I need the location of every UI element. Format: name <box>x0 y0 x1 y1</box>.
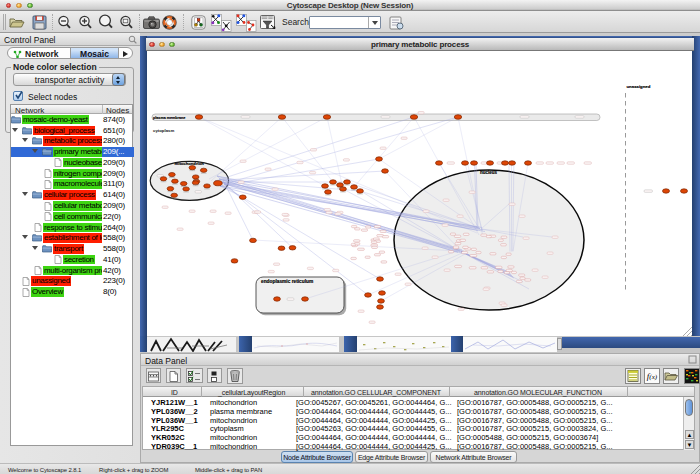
svg-text:nucleus: nucleus <box>480 170 498 175</box>
svg-text:plasma membrane: plasma membrane <box>153 116 185 120</box>
svg-text:unassigned: unassigned <box>627 84 651 89</box>
svg-text:mitochondrion: mitochondrion <box>175 161 205 166</box>
svg-text:endoplasmic reticulum: endoplasmic reticulum <box>261 279 313 284</box>
svg-text:cytoplasm: cytoplasm <box>153 128 174 133</box>
